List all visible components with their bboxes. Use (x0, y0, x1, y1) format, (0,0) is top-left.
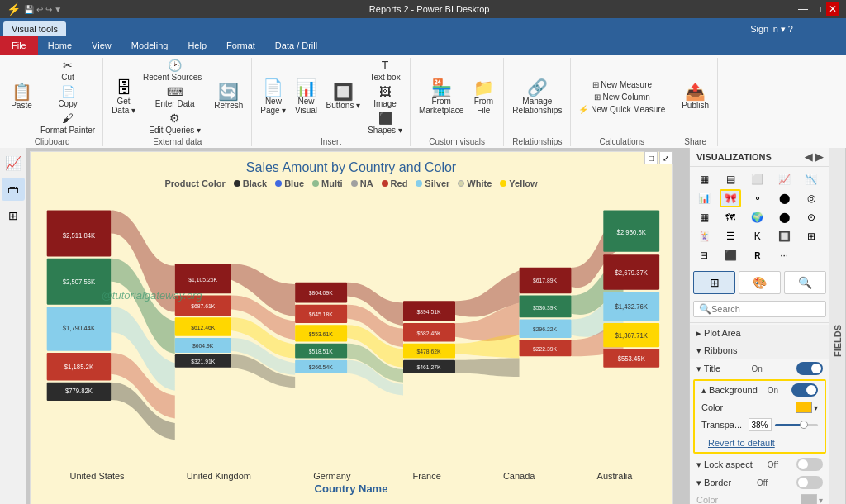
canvas-toolbar[interactable]: □ ⤢ (644, 151, 673, 164)
viz-pie[interactable]: ⬤ (773, 189, 795, 207)
viz-slicer[interactable]: 🔲 (773, 227, 795, 245)
new-visual-btn[interactable]: 📊 NewVisual (291, 78, 321, 116)
svg-text:$461.27K: $461.27K (416, 364, 440, 372)
tab-view[interactable]: View (82, 36, 121, 55)
viz-treemap[interactable]: ▦ (693, 208, 715, 226)
viz-stacked-bar[interactable]: ▤ (720, 170, 741, 188)
viz-line-stacked[interactable]: 📊 (693, 189, 715, 207)
search-input[interactable] (711, 304, 825, 314)
viz-kpi[interactable]: K (747, 227, 768, 245)
title-toggle[interactable] (796, 362, 823, 375)
reports-icon[interactable]: 📈 (2, 151, 25, 174)
viz-matrix[interactable]: ⊟ (693, 246, 715, 264)
viz-table[interactable]: ⊞ (801, 227, 822, 245)
fit-page-btn[interactable]: □ (644, 151, 658, 164)
viz-line-chart[interactable]: 📈 (773, 170, 795, 188)
border-row: ▾ Border Off (690, 473, 829, 492)
publish-btn[interactable]: 📤 Publish (678, 82, 712, 112)
image-btn[interactable]: 🖼 Image (365, 84, 405, 109)
format-mode-btn[interactable]: 🎨 (739, 271, 781, 294)
viz-panel-arrows[interactable]: ◀ ▶ (805, 151, 823, 163)
viz-panel-left-arrow[interactable]: ◀ (805, 151, 812, 163)
refresh-btn[interactable]: 🔄 Refresh (211, 82, 246, 112)
close-btn[interactable]: ✕ (826, 2, 839, 16)
transparency-row: Transpa... 38 % (695, 416, 825, 434)
text-box-btn[interactable]: T Text box (365, 58, 405, 83)
viz-card[interactable]: 🃏 (693, 227, 715, 245)
new-column-btn[interactable]: ⊞ New Column (576, 92, 668, 102)
color-swatch[interactable] (796, 402, 812, 413)
viz-multi-row[interactable]: ☰ (720, 227, 741, 245)
viz-donut[interactable]: ◎ (801, 189, 822, 207)
viz-panel-title: VISUALIZATIONS (696, 152, 772, 162)
tab-data-drill[interactable]: Data / Drill (265, 36, 327, 55)
maximize-btn[interactable]: □ (811, 2, 825, 16)
visual-tools-tab[interactable]: Visual tools (3, 21, 66, 36)
viz-scatter[interactable]: ⚬ (747, 189, 768, 207)
edit-queries-btn[interactable]: ⚙ Edit Queries ▾ (140, 111, 209, 136)
model-icon[interactable]: ⊞ (2, 204, 25, 227)
svg-text:$1,185.2K: $1,185.2K (64, 362, 94, 371)
transparency-value[interactable]: 38 % (749, 418, 772, 431)
lock-aspect-toggle[interactable] (796, 458, 823, 471)
analytics-mode-btn[interactable]: 🔍 (784, 271, 826, 294)
search-box[interactable]: 🔍 (693, 301, 826, 317)
viz-bar-chart[interactable]: ▦ (693, 170, 715, 188)
plot-area-label: ▸ Plot Area (696, 328, 741, 339)
tab-help[interactable]: Help (178, 36, 216, 55)
viz-filled-map[interactable]: 🌍 (747, 208, 768, 226)
revert-link[interactable]: Revert to default (701, 436, 782, 449)
fields-mode-btn[interactable]: ⊞ (693, 271, 735, 294)
viz-more[interactable]: ··· (773, 246, 795, 264)
marketplace-btn[interactable]: 🏪 FromMarketplace (416, 78, 467, 116)
get-data-btn[interactable]: 🗄 GetData ▾ (108, 78, 139, 116)
slider-thumb[interactable] (800, 421, 808, 429)
border-toggle[interactable] (796, 476, 823, 489)
relationships-label: Relationships (512, 137, 562, 146)
transparency-slider[interactable] (775, 424, 819, 426)
cut-btn[interactable]: ✂ Cut (38, 58, 97, 83)
format-painter-btn[interactable]: 🖌 Format Painter (38, 111, 97, 136)
fields-tab[interactable]: FIELDS (829, 148, 846, 504)
svg-text:$645.18K: $645.18K (309, 311, 333, 319)
viz-100pct-bar[interactable]: ⬜ (747, 170, 768, 188)
viz-waterfall[interactable]: ⬛ (720, 246, 741, 264)
background-label: ▴ Background (701, 385, 758, 396)
new-quick-measure-btn[interactable]: ⚡ New Quick Measure (576, 104, 668, 115)
svg-text:$478.62K: $478.62K (416, 348, 440, 356)
from-file-btn[interactable]: 📁 FromFile (468, 78, 498, 116)
viz-panel-right-arrow[interactable]: ▶ (815, 151, 823, 163)
new-measure-btn[interactable]: ⊞ New Measure (576, 79, 668, 90)
copy-btn[interactable]: 📄 Copy (38, 84, 97, 109)
color-dropdown[interactable]: ▾ (814, 403, 818, 412)
enter-data-btn[interactable]: ⌨ Enter Data (140, 84, 209, 109)
buttons-btn[interactable]: 🔲 Buttons ▾ (322, 82, 364, 112)
minimize-btn[interactable]: — (796, 2, 810, 16)
shapes-icon: ⬛ (378, 112, 392, 125)
viz-ribbon[interactable]: 🎀 (720, 189, 741, 207)
manage-relationships-btn[interactable]: 🔗 ManageRelationships (509, 78, 565, 116)
viz-area-chart[interactable]: 📉 (801, 170, 822, 188)
tab-file[interactable]: File (0, 36, 38, 55)
insert-group: 📄 NewPage ▾ 📊 NewVisual 🔲 Buttons ▾ T Te… (252, 58, 411, 146)
tab-home[interactable]: Home (38, 36, 82, 55)
tab-modeling[interactable]: Modeling (121, 36, 178, 55)
window-controls[interactable]: — □ ✕ (796, 2, 839, 16)
shapes-btn[interactable]: ⬛ Shapes ▾ (365, 111, 405, 136)
new-page-btn[interactable]: 📄 NewPage ▾ (257, 78, 289, 116)
paste-btn[interactable]: 📋 Paste (7, 82, 36, 112)
viz-map[interactable]: 🗺 (720, 208, 741, 226)
plot-area-header[interactable]: ▸ Plot Area (690, 325, 829, 342)
ribbons-header[interactable]: ▾ Ribbons (690, 342, 829, 359)
sign-in[interactable]: Sign in ▾ ? (750, 24, 793, 36)
background-toggle[interactable] (791, 383, 818, 397)
viz-r-script[interactable]: R (747, 246, 768, 264)
data-icon[interactable]: 🗃 (2, 178, 25, 201)
color-label: Color (701, 402, 723, 412)
viz-gauge[interactable]: ⊙ (801, 208, 822, 226)
tab-format[interactable]: Format (216, 36, 265, 55)
watermark: @tutorialgateway.org (102, 289, 202, 302)
viz-funnel[interactable]: ⬤ (773, 208, 795, 226)
recent-sources-btn[interactable]: 🕑 Recent Sources - (140, 58, 209, 83)
focus-btn[interactable]: ⤢ (659, 151, 673, 164)
